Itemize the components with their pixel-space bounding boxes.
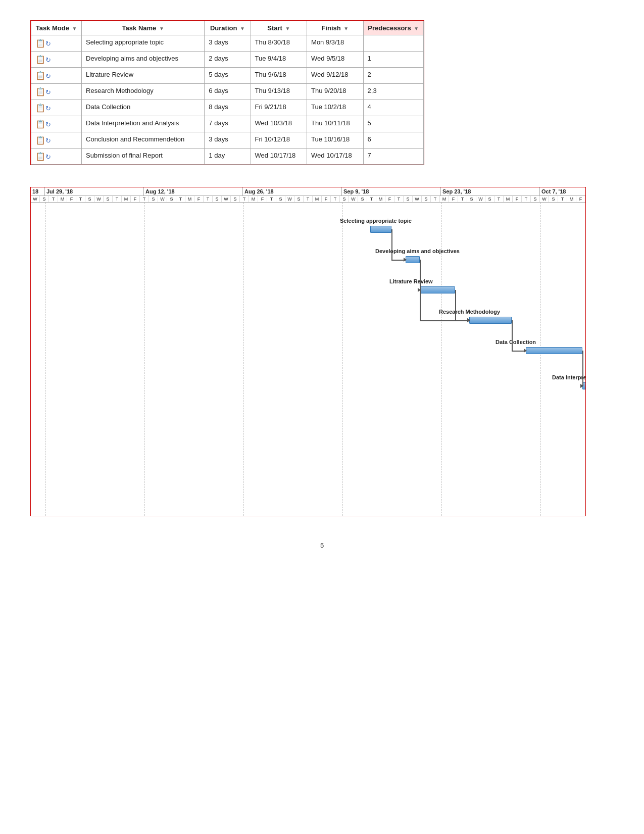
table-row: 📋↻Data Collection8 daysFri 9/21/18Tue 10… bbox=[31, 100, 424, 116]
gantt-vline bbox=[342, 203, 342, 516]
pred-dropdown-icon[interactable]: ▼ bbox=[414, 26, 419, 31]
duration-dropdown-icon[interactable]: ▼ bbox=[240, 26, 245, 31]
gantt-vline bbox=[540, 203, 540, 516]
task-name-cell: Data Interpretetion and Analysis bbox=[82, 116, 205, 132]
task-pred-cell: 1 bbox=[363, 52, 423, 68]
gantt-container: 18Jul 29, '18Aug 12, '18Aug 26, '18Sep 9… bbox=[30, 187, 586, 516]
connector-vline bbox=[512, 320, 513, 351]
connector-arrow bbox=[580, 384, 583, 388]
task-icon: 📋↻ bbox=[35, 87, 51, 96]
task-name-cell: Selecting appropriate topic bbox=[82, 35, 205, 52]
taskname-dropdown-icon[interactable]: ▼ bbox=[159, 26, 164, 31]
gantt-day-cell: T bbox=[367, 196, 376, 202]
gantt-task-label: Developing aims and objectives bbox=[375, 248, 460, 254]
gantt-day-cell: S bbox=[549, 196, 558, 202]
gantt-day-cell: T bbox=[176, 196, 185, 202]
gantt-day-cell: F bbox=[449, 196, 458, 202]
th-taskname[interactable]: Task Name ▼ bbox=[82, 21, 205, 35]
table-row: 📋↻Data Interpretetion and Analysis7 days… bbox=[31, 116, 424, 132]
th-predecessors[interactable]: Predecessors ▼ bbox=[363, 21, 423, 35]
gantt-task-label: Research Methodology bbox=[439, 309, 500, 315]
gantt-day-cell: S bbox=[104, 196, 113, 202]
gantt-bar bbox=[526, 347, 582, 354]
task-finish-cell: Tue 10/16/18 bbox=[307, 132, 363, 149]
task-duration-cell: 2 days bbox=[205, 52, 251, 68]
gantt-day-cell: S bbox=[149, 196, 158, 202]
task-mode-cell: 📋↻ bbox=[31, 116, 82, 132]
gantt-days-row: WSTMFTSWSTMFTSWSTMFTSWSTMFTSWSTMFTSWSTMF… bbox=[31, 196, 585, 203]
gantt-day-cell: S bbox=[404, 196, 413, 202]
gantt-body: Selecting appropriate topicDeveloping ai… bbox=[31, 203, 586, 516]
connector-vline bbox=[391, 229, 392, 260]
page-number: 5 bbox=[30, 542, 614, 549]
task-duration-cell: 7 days bbox=[205, 116, 251, 132]
gantt-day-cell: W bbox=[222, 196, 231, 202]
table-row: 📋↻Research Methodology6 daysThu 9/13/18T… bbox=[31, 84, 424, 100]
gantt-month-cell: 18 bbox=[31, 187, 45, 195]
task-pred-cell: 2 bbox=[363, 68, 423, 84]
gantt-day-cell: W bbox=[349, 196, 358, 202]
task-icon: 📋↻ bbox=[35, 136, 51, 144]
task-icon: 📋↻ bbox=[35, 55, 51, 64]
th-finish[interactable]: Finish ▼ bbox=[307, 21, 363, 35]
table-container: Task Mode ▼ Task Name ▼ Duration ▼ Start… bbox=[30, 20, 424, 165]
gantt-day-cell: W bbox=[413, 196, 422, 202]
table-row: 📋↻Submission of final Report1 dayWed 10/… bbox=[31, 149, 424, 165]
connector-vline bbox=[582, 351, 583, 386]
gantt-day-cell: S bbox=[276, 196, 285, 202]
gantt-day-cell: S bbox=[467, 196, 476, 202]
start-dropdown-icon[interactable]: ▼ bbox=[285, 26, 290, 31]
task-mode-cell: 📋↻ bbox=[31, 68, 82, 84]
gantt-day-cell: F bbox=[322, 196, 331, 202]
gantt-day-cell: T bbox=[140, 196, 149, 202]
task-name-cell: Litrature Review bbox=[82, 68, 205, 84]
gantt-day-cell: M bbox=[313, 196, 322, 202]
gantt-day-cell: W bbox=[94, 196, 104, 202]
gantt-day-cell: S bbox=[485, 196, 494, 202]
task-mode-cell: 📋↻ bbox=[31, 35, 82, 52]
table-row: 📋↻Developing aims and objectives2 daysTu… bbox=[31, 52, 424, 68]
gantt-day-cell: S bbox=[358, 196, 367, 202]
task-pred-cell: 5 bbox=[363, 116, 423, 132]
table-row: 📋↻Selecting appropriate topic3 daysThu 8… bbox=[31, 35, 424, 52]
gantt-bar bbox=[406, 256, 420, 263]
task-start-cell: Fri 10/12/18 bbox=[251, 132, 307, 149]
gantt-day-cell: T bbox=[458, 196, 467, 202]
gantt-day-cell: S bbox=[213, 196, 222, 202]
gantt-day-cell: T bbox=[331, 196, 340, 202]
task-duration-cell: 6 days bbox=[205, 84, 251, 100]
gantt-day-cell: F bbox=[576, 196, 585, 202]
gantt-day-cell: S bbox=[294, 196, 304, 202]
connector-arrow bbox=[467, 318, 470, 322]
task-duration-cell: 3 days bbox=[205, 35, 251, 52]
gantt-day-cell: M bbox=[122, 196, 131, 202]
gantt-day-cell: T bbox=[431, 196, 440, 202]
task-mode-cell: 📋↻ bbox=[31, 149, 82, 165]
connector-arrow bbox=[404, 258, 407, 262]
th-duration[interactable]: Duration ▼ bbox=[205, 21, 251, 35]
gantt-day-cell: S bbox=[231, 196, 240, 202]
task-start-cell: Thu 8/30/18 bbox=[251, 35, 307, 52]
task-start-cell: Thu 9/6/18 bbox=[251, 68, 307, 84]
task-icon: 📋↻ bbox=[35, 71, 51, 80]
taskmode-dropdown-icon[interactable]: ▼ bbox=[72, 26, 77, 31]
gantt-day-cell: T bbox=[304, 196, 313, 202]
gantt-task-label: Data Interpretetion and Analysis bbox=[552, 374, 586, 380]
th-taskmode[interactable]: Task Mode ▼ bbox=[31, 21, 82, 35]
gantt-day-cell: F bbox=[513, 196, 522, 202]
gantt-day-cell: M bbox=[58, 196, 67, 202]
gantt-task-label: Data Collection bbox=[496, 339, 536, 345]
gantt-day-cell: T bbox=[113, 196, 122, 202]
gantt-day-cell: F bbox=[67, 196, 76, 202]
task-finish-cell: Tue 10/2/18 bbox=[307, 100, 363, 116]
gantt-day-cell: W bbox=[31, 196, 40, 202]
table-row: 📋↻Litrature Review5 daysThu 9/6/18Wed 9/… bbox=[31, 68, 424, 84]
gantt-vline bbox=[243, 203, 243, 516]
th-start[interactable]: Start ▼ bbox=[251, 21, 307, 35]
gantt-day-cell: W bbox=[476, 196, 485, 202]
gantt-day-cell: M bbox=[504, 196, 513, 202]
finish-dropdown-icon[interactable]: ▼ bbox=[343, 26, 349, 31]
gantt-day-cell: T bbox=[49, 196, 58, 202]
task-name-cell: Conclusion and Recommendetion bbox=[82, 132, 205, 149]
gantt-day-cell: S bbox=[422, 196, 431, 202]
